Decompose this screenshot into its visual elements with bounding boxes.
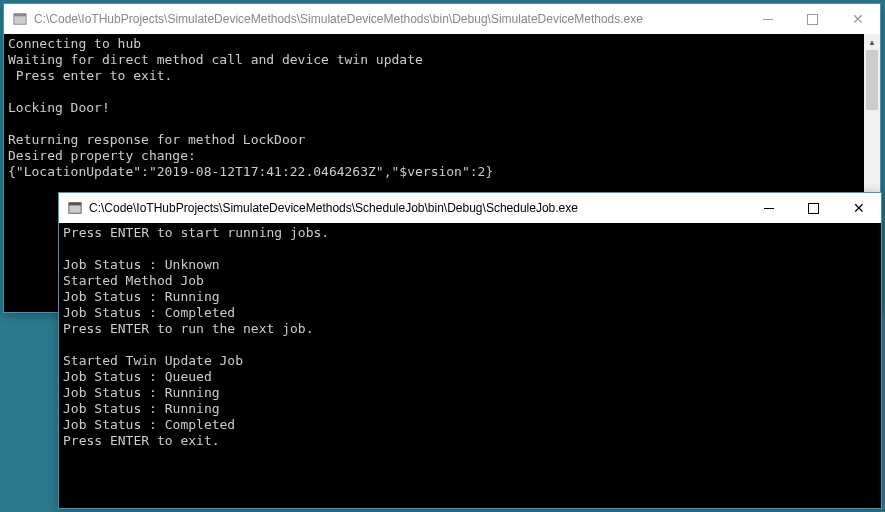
titlebar[interactable]: C:\Code\IoTHubProjects\SimulateDeviceMet… [59, 193, 881, 223]
window-title: C:\Code\IoTHubProjects\SimulateDeviceMet… [34, 12, 745, 26]
svg-rect-3 [69, 203, 81, 206]
console-output: Press ENTER to start running jobs. Job S… [59, 223, 881, 508]
app-icon [12, 11, 28, 27]
app-icon [67, 200, 83, 216]
window-controls: ✕ [745, 4, 880, 34]
maximize-button[interactable] [790, 4, 835, 34]
close-button[interactable]: ✕ [835, 4, 880, 34]
console-window-schedule-job: C:\Code\IoTHubProjects\SimulateDeviceMet… [58, 192, 882, 509]
scroll-up-arrow[interactable]: ▲ [864, 34, 880, 50]
scroll-thumb[interactable] [866, 50, 878, 110]
minimize-button[interactable] [745, 4, 790, 34]
titlebar[interactable]: C:\Code\IoTHubProjects\SimulateDeviceMet… [4, 4, 880, 34]
maximize-button[interactable] [791, 193, 836, 223]
close-button[interactable]: ✕ [836, 193, 881, 223]
window-controls: ✕ [746, 193, 881, 223]
minimize-button[interactable] [746, 193, 791, 223]
svg-rect-1 [14, 14, 26, 17]
window-title: C:\Code\IoTHubProjects\SimulateDeviceMet… [89, 201, 746, 215]
